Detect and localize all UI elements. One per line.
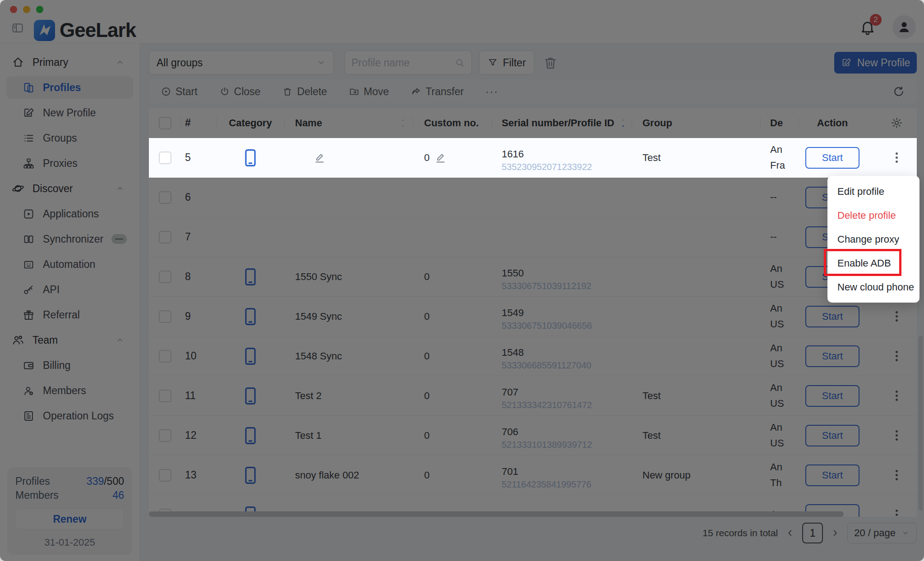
sidebar-section-primary[interactable]: Primary (0, 50, 139, 75)
row-menu-kebab[interactable] (893, 308, 901, 324)
vertical-scrollbar[interactable] (919, 336, 923, 510)
sidebar-item-synchronizer[interactable]: Synchronizer (0, 226, 139, 252)
sort-icons[interactable] (619, 118, 627, 128)
start-profile-button[interactable]: Start (805, 345, 859, 367)
sidebar-item-referral[interactable]: Referral (0, 302, 139, 327)
device-cell: AnUS (770, 261, 784, 292)
sidebar-item-groups[interactable]: Groups (0, 125, 139, 151)
sidebar-item-label: Billing (43, 359, 70, 372)
notifications-bell-icon[interactable]: 2 (859, 18, 876, 36)
chevron-down-icon (901, 529, 910, 538)
sidebar-item-profiles[interactable]: Profiles (6, 76, 133, 99)
menu-item-enable-adb[interactable]: Enable ADB (827, 251, 919, 275)
toolbar-move-button[interactable]: Move (349, 86, 389, 98)
start-profile-button[interactable]: Start (805, 306, 859, 327)
sort-icons[interactable] (399, 118, 407, 128)
gear-icon[interactable] (891, 117, 903, 129)
row-checkbox[interactable] (159, 191, 171, 204)
row-menu-kebab[interactable] (893, 507, 901, 517)
renew-button[interactable]: Renew (15, 509, 124, 529)
row-checkbox[interactable] (159, 350, 171, 363)
group-select[interactable]: All groups (149, 51, 334, 75)
row-context-menu: Edit profileDelete profileChange proxyEn… (827, 176, 919, 303)
sidebar-item-operation-logs[interactable]: Operation Logs (0, 403, 139, 428)
row-checkbox[interactable] (159, 390, 171, 402)
sidebar-item-label: Applications (43, 208, 99, 220)
row-menu-kebab[interactable] (893, 150, 901, 166)
select-all-checkbox[interactable] (159, 117, 171, 129)
row-number: 13 (180, 455, 217, 495)
toolbar-more-button[interactable]: ··· (485, 86, 499, 98)
sidebar-item-proxies[interactable]: Proxies (0, 151, 139, 176)
sidebar-item-label: Proxies (43, 157, 78, 170)
page-size-select[interactable]: 20 / page (847, 523, 917, 543)
sidebar-item-members[interactable]: Members (0, 378, 139, 403)
page-number-button[interactable]: 1 (802, 523, 823, 543)
cloud-phone-icon (240, 346, 260, 366)
menu-item-delete-profile[interactable]: Delete profile (827, 203, 919, 227)
edit-name-icon[interactable] (313, 151, 327, 165)
row-number: 10 (180, 336, 217, 376)
sidebar-item-billing[interactable]: Billing (0, 353, 139, 378)
menu-item-edit-profile[interactable]: Edit profile (827, 179, 919, 203)
edit-custom-no-icon[interactable] (434, 151, 448, 165)
row-menu-kebab[interactable] (893, 467, 901, 483)
sidebar-item-api[interactable]: API (0, 277, 139, 302)
sidebar-item-new-profile[interactable]: New Profile (0, 100, 139, 125)
toolbar-transfer-button[interactable]: Transfer (411, 86, 464, 98)
close-icon (219, 86, 230, 97)
toolbar-start-button[interactable]: Start (161, 86, 198, 98)
sidebar-section-discover[interactable]: Discover (0, 176, 139, 201)
sidebar-item-label: New Profile (43, 107, 96, 119)
members-usage-label: Members (15, 488, 59, 502)
toolbar-delete-button[interactable]: Delete (282, 86, 327, 98)
menu-item-new-cloud-phone[interactable]: New cloud phone (827, 275, 919, 299)
row-number: 6 (180, 178, 217, 217)
start-profile-button[interactable]: Start (805, 425, 859, 446)
sidebar-section-team[interactable]: Team (0, 327, 139, 353)
table-row: 11Test 20707521333342310761472TestAnUSSt… (149, 376, 917, 416)
sidebar-item-automation[interactable]: Automation (0, 252, 139, 277)
caret-down-icon (619, 123, 627, 128)
api-icon (23, 284, 35, 296)
zoom-window-button[interactable] (36, 6, 43, 13)
row-menu-kebab[interactable] (893, 428, 901, 443)
records-total-label: 15 records in total (702, 528, 778, 538)
row-menu-kebab[interactable] (893, 348, 901, 364)
user-avatar[interactable] (892, 15, 916, 39)
refresh-icon[interactable] (892, 85, 905, 98)
next-page-icon[interactable] (830, 528, 840, 538)
row-menu-kebab[interactable] (893, 388, 901, 404)
row-checkbox[interactable] (159, 152, 171, 164)
start-profile-button[interactable]: Start (805, 385, 859, 407)
sidebar-item-applications[interactable]: Applications (0, 201, 139, 226)
menu-item-change-proxy[interactable]: Change proxy (827, 227, 919, 251)
row-checkbox[interactable] (159, 469, 171, 482)
start-profile-button[interactable]: Start (805, 147, 859, 169)
start-profile-button[interactable]: Start (805, 464, 859, 486)
filter-bar: All groups Profile name Filter New Profi… (149, 51, 917, 75)
table-row: 501616535230952071233922TestAnFraStart (149, 138, 917, 178)
toolbar-close-button[interactable]: Close (219, 86, 261, 98)
row-checkbox[interactable] (159, 231, 171, 244)
horizontal-scrollbar[interactable] (149, 511, 844, 517)
col-header-serial[interactable]: Serial number/Profile ID (492, 108, 632, 138)
transfer-icon (411, 86, 421, 97)
profile-name-cell: 1550 Sync (284, 257, 413, 296)
sidebar-toggle-icon[interactable] (11, 22, 24, 34)
prev-page-icon[interactable] (785, 528, 795, 538)
close-window-button[interactable] (10, 6, 17, 13)
filter-button[interactable]: Filter (479, 51, 534, 75)
row-checkbox[interactable] (159, 429, 171, 442)
applications-icon (23, 208, 35, 220)
profile-name-search-input[interactable]: Profile name (345, 51, 472, 75)
col-header-custom: Custom no. (413, 108, 492, 138)
row-checkbox[interactable] (159, 310, 171, 323)
row-checkbox[interactable] (159, 271, 171, 283)
caret-up-icon (619, 118, 627, 123)
minimize-window-button[interactable] (23, 6, 30, 13)
new-profile-button[interactable]: New Profile (834, 52, 917, 74)
col-header-name[interactable]: Name (284, 108, 413, 138)
table-row: 101548 Sync01548533306685591127040AnUSSt… (149, 336, 917, 376)
recycle-bin-icon[interactable] (542, 55, 559, 71)
